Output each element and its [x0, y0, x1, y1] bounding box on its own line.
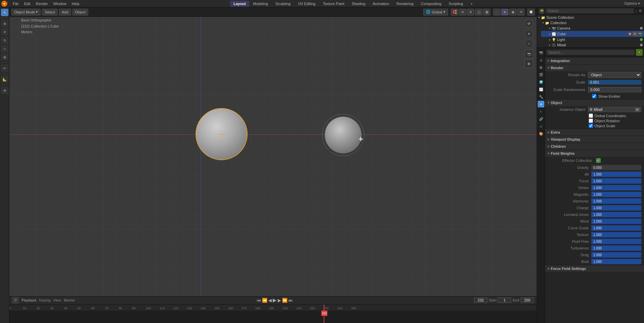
prop-icon-output[interactable]: 🖨: [538, 56, 544, 63]
sphere-small[interactable]: [325, 117, 362, 153]
tool-transform[interactable]: ⊞: [1, 53, 8, 61]
options-btn[interactable]: Options ▾: [624, 1, 640, 6]
tool-scale[interactable]: ⤡: [1, 45, 8, 52]
force-field-header[interactable]: ▸ Force Field Settings: [545, 265, 644, 272]
menu-render[interactable]: Render: [33, 1, 51, 6]
overlay-btn[interactable]: ⊛: [467, 9, 474, 15]
tool-measure[interactable]: 📐: [1, 76, 8, 83]
children-header[interactable]: ▸ Children: [545, 143, 644, 150]
tab-animation[interactable]: Animation: [369, 1, 392, 7]
render-as-select[interactable]: Object: [588, 72, 641, 78]
viewport[interactable]: Object Mode ▾ Select Add Object 🌐 Global…: [9, 7, 537, 296]
tab-layout[interactable]: Layout: [230, 1, 249, 7]
solid-btn[interactable]: ●: [501, 9, 508, 15]
extra-header[interactable]: ▸ Extra: [545, 129, 644, 136]
marker-menu[interactable]: Marker: [64, 298, 75, 302]
nav-orbit-btn[interactable]: ⟳: [525, 19, 533, 28]
snap-btn[interactable]: 🧲: [451, 9, 458, 15]
outliner-search-input[interactable]: [546, 8, 634, 13]
nav-frame-btn[interactable]: ⊞: [525, 59, 533, 68]
sphere-large[interactable]: [196, 108, 248, 160]
playback-menu[interactable]: Playback: [21, 298, 37, 302]
scale-rand-input[interactable]: [588, 87, 641, 92]
viewport-display-header[interactable]: ▸ Viewport Display: [545, 136, 644, 143]
transform-global-btn[interactable]: 🌐 Global ▾: [423, 9, 448, 15]
keyframe-area[interactable]: 232: [9, 311, 537, 323]
fw-magnetic-bar[interactable]: 1.000: [591, 192, 641, 197]
tree-cube[interactable]: ▸ ⬜ Cube 👁 📷: [541, 31, 644, 37]
global-coords-checkbox[interactable]: [589, 113, 593, 118]
fw-lennard-bar[interactable]: 1.000: [591, 212, 641, 217]
fw-fluid-bar[interactable]: 1.000: [591, 239, 641, 244]
tab-uv-editing[interactable]: UV Editing: [294, 1, 319, 7]
effector-checkbox[interactable]: ✓: [596, 158, 601, 163]
object-scale-checkbox[interactable]: [589, 124, 593, 128]
wireframe-btn[interactable]: ⬚: [493, 9, 500, 15]
cube-vis-render[interactable]: 📷: [638, 32, 643, 36]
object-header[interactable]: ▾ Object: [545, 99, 644, 106]
tree-scene-collection[interactable]: ▾ 📁 Scene Collection: [537, 15, 644, 20]
tool-move[interactable]: ✛: [1, 28, 8, 36]
view-menu-btn[interactable]: Select: [42, 9, 58, 15]
cube-vis-eye[interactable]: 👁: [633, 32, 637, 36]
next-keyframe-btn[interactable]: ▶: [278, 298, 281, 303]
nav-zoom-in-btn[interactable]: +: [525, 30, 533, 38]
camera-perspective-btn[interactable]: 🔲: [527, 9, 535, 15]
fw-drag-bar[interactable]: 1.000: [591, 252, 641, 258]
timeline-icon[interactable]: ⏱: [12, 297, 19, 304]
show-emitter-checkbox[interactable]: [592, 94, 596, 98]
next-frame-btn[interactable]: ⏩: [282, 298, 287, 303]
tab-scripting[interactable]: Scripting: [445, 1, 467, 7]
tab-modeling[interactable]: Modeling: [250, 1, 272, 7]
prop-icon-object-data[interactable]: ⊙: [538, 123, 544, 130]
select-menu-btn[interactable]: Add: [59, 9, 71, 15]
menu-window[interactable]: Window: [51, 1, 69, 6]
outliner-filter-btn[interactable]: ⫶: [635, 9, 637, 13]
rendered-btn[interactable]: ☀: [517, 9, 525, 15]
jump-end-btn[interactable]: ⏭: [288, 298, 293, 303]
fw-all-bar[interactable]: 1.000: [591, 172, 641, 177]
prop-new-btn[interactable]: +: [636, 49, 643, 56]
fw-force-bar[interactable]: 1.000: [591, 178, 641, 184]
prop-icon-world[interactable]: 🌍: [538, 79, 544, 85]
play-btn[interactable]: ▶: [273, 297, 277, 303]
current-frame-input[interactable]: [474, 297, 487, 303]
fw-turbulence-bar[interactable]: 1.000: [591, 245, 641, 251]
tab-shading[interactable]: Shading: [348, 1, 369, 7]
proportional-btn[interactable]: ⊚: [459, 9, 466, 15]
field-weights-header[interactable]: ▾ Field Weights: [545, 150, 644, 157]
end-frame-input[interactable]: [521, 297, 534, 303]
view-type-btn[interactable]: ▦: [483, 9, 490, 15]
tree-mball[interactable]: ▸ ⚫ Mball: [541, 42, 644, 48]
prop-icon-material[interactable]: 🎨: [538, 130, 544, 137]
mode-select-btn[interactable]: Object Mode ▾: [11, 9, 41, 15]
tool-annotate[interactable]: ✏: [1, 64, 8, 72]
prop-icon-particles[interactable]: ✦: [538, 101, 544, 107]
render-header[interactable]: ▾ Render: [545, 64, 644, 71]
menu-file[interactable]: File: [10, 1, 21, 6]
nav-zoom-out-btn[interactable]: −: [525, 39, 533, 48]
prop-icon-modifier[interactable]: 🔧: [538, 93, 544, 100]
menu-edit[interactable]: Edit: [21, 1, 33, 6]
prop-icon-render[interactable]: 📷: [538, 49, 544, 56]
tool-cursor[interactable]: ⊕: [1, 20, 8, 27]
jump-start-btn[interactable]: ⏮: [257, 298, 261, 303]
tab-compositing[interactable]: Compositing: [418, 1, 445, 7]
fw-curve-bar[interactable]: 1.000: [591, 225, 641, 231]
instance-object-clear-btn[interactable]: ✕: [635, 108, 640, 111]
prop-icon-constraints[interactable]: 🔗: [538, 116, 544, 122]
tree-camera[interactable]: ▸ 📷 Camera: [541, 26, 644, 31]
tree-light[interactable]: ▸ 💡 Light: [541, 37, 644, 42]
tool-select[interactable]: ↖: [1, 9, 8, 16]
xray-btn[interactable]: ◫: [475, 9, 482, 15]
prop-search-input[interactable]: [546, 50, 635, 55]
fw-boid-bar[interactable]: 1.000: [591, 259, 641, 264]
fw-harmonic-bar[interactable]: 1.000: [591, 198, 641, 204]
prop-icon-object[interactable]: ⬜: [538, 86, 544, 93]
prop-icon-view-layer[interactable]: ▦: [538, 64, 544, 71]
fw-charge-bar[interactable]: 1.000: [591, 205, 641, 211]
integration-header[interactable]: ▸ Integration: [545, 57, 644, 64]
instance-object-box[interactable]: Mball ✕: [588, 107, 641, 112]
prev-frame-btn[interactable]: ⏪: [262, 298, 267, 303]
fw-texture-bar[interactable]: 1.000: [591, 232, 641, 237]
